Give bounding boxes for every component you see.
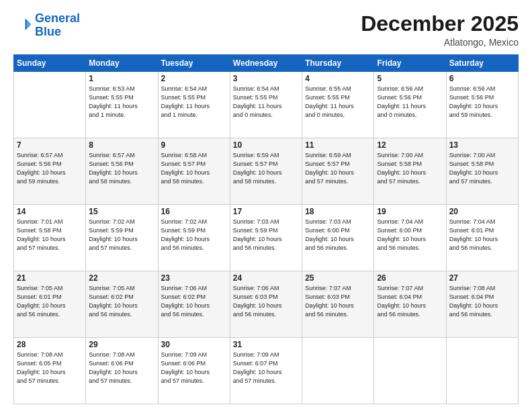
day-number: 10	[233, 140, 299, 150]
cell-info: Sunrise: 6:59 AM Sunset: 5:57 PM Dayligh…	[233, 151, 299, 186]
cell-info: Sunrise: 6:56 AM Sunset: 5:56 PM Dayligh…	[377, 85, 443, 120]
calendar-table: SundayMondayTuesdayWednesdayThursdayFrid…	[13, 54, 519, 404]
day-number: 17	[233, 207, 299, 216]
day-number: 6	[449, 74, 515, 83]
day-number: 29	[89, 340, 154, 349]
cell-info: Sunrise: 6:53 AM Sunset: 5:55 PM Dayligh…	[89, 85, 154, 120]
calendar-cell: 3Sunrise: 6:54 AM Sunset: 5:55 PM Daylig…	[230, 72, 302, 138]
cell-info: Sunrise: 7:08 AM Sunset: 6:05 PM Dayligh…	[17, 351, 83, 385]
month-title: December 2025	[361, 12, 519, 36]
calendar-cell: 10Sunrise: 6:59 AM Sunset: 5:57 PM Dayli…	[230, 138, 302, 205]
cell-info: Sunrise: 7:04 AM Sunset: 6:00 PM Dayligh…	[377, 218, 443, 253]
calendar-header-monday: Monday	[86, 55, 158, 72]
calendar-cell: 28Sunrise: 7:08 AM Sunset: 6:05 PM Dayli…	[14, 338, 86, 404]
logo-icon	[13, 16, 32, 35]
day-number: 15	[89, 207, 154, 216]
page: General Blue December 2025 Atlatongo, Me…	[0, 0, 532, 411]
calendar-cell: 5Sunrise: 6:56 AM Sunset: 5:56 PM Daylig…	[374, 72, 446, 138]
day-number: 3	[233, 74, 299, 83]
calendar-cell: 27Sunrise: 7:08 AM Sunset: 6:04 PM Dayli…	[446, 271, 518, 338]
cell-info: Sunrise: 7:09 AM Sunset: 6:07 PM Dayligh…	[233, 351, 299, 385]
cell-info: Sunrise: 6:55 AM Sunset: 5:55 PM Dayligh…	[305, 85, 371, 120]
calendar-cell: 1Sunrise: 6:53 AM Sunset: 5:55 PM Daylig…	[86, 72, 158, 138]
cell-info: Sunrise: 7:07 AM Sunset: 6:03 PM Dayligh…	[305, 284, 371, 319]
calendar-cell: 7Sunrise: 6:57 AM Sunset: 5:56 PM Daylig…	[14, 138, 86, 205]
day-number: 31	[233, 340, 299, 349]
calendar-cell: 12Sunrise: 7:00 AM Sunset: 5:58 PM Dayli…	[374, 138, 446, 205]
cell-info: Sunrise: 7:04 AM Sunset: 6:01 PM Dayligh…	[449, 218, 515, 253]
day-number: 18	[305, 207, 371, 216]
svg-marker-1	[26, 21, 31, 28]
calendar-cell: 18Sunrise: 7:03 AM Sunset: 6:00 PM Dayli…	[302, 205, 374, 271]
header: General Blue December 2025 Atlatongo, Me…	[13, 12, 519, 48]
week-row-5: 28Sunrise: 7:08 AM Sunset: 6:05 PM Dayli…	[14, 338, 519, 404]
week-row-4: 21Sunrise: 7:05 AM Sunset: 6:01 PM Dayli…	[14, 271, 519, 338]
day-number: 14	[17, 207, 83, 216]
week-row-1: 1Sunrise: 6:53 AM Sunset: 5:55 PM Daylig…	[14, 72, 519, 138]
day-number: 22	[89, 273, 154, 283]
calendar-header-saturday: Saturday	[446, 55, 518, 72]
calendar-cell: 22Sunrise: 7:05 AM Sunset: 6:02 PM Dayli…	[86, 271, 158, 338]
location: Atlatongo, Mexico	[361, 37, 519, 48]
calendar-cell: 11Sunrise: 6:59 AM Sunset: 5:57 PM Dayli…	[302, 138, 374, 205]
cell-info: Sunrise: 7:05 AM Sunset: 6:02 PM Dayligh…	[89, 284, 154, 319]
title-block: December 2025 Atlatongo, Mexico	[361, 12, 519, 48]
day-number: 21	[17, 273, 83, 283]
week-row-2: 7Sunrise: 6:57 AM Sunset: 5:56 PM Daylig…	[14, 138, 519, 205]
day-number: 2	[161, 74, 227, 83]
cell-info: Sunrise: 7:08 AM Sunset: 6:06 PM Dayligh…	[89, 351, 154, 385]
day-number: 7	[17, 140, 83, 150]
cell-info: Sunrise: 6:56 AM Sunset: 5:56 PM Dayligh…	[449, 85, 515, 120]
calendar-cell: 31Sunrise: 7:09 AM Sunset: 6:07 PM Dayli…	[230, 338, 302, 404]
cell-info: Sunrise: 7:08 AM Sunset: 6:04 PM Dayligh…	[449, 284, 515, 319]
calendar-cell: 19Sunrise: 7:04 AM Sunset: 6:00 PM Dayli…	[374, 205, 446, 271]
calendar-cell: 9Sunrise: 6:58 AM Sunset: 5:57 PM Daylig…	[158, 138, 230, 205]
cell-info: Sunrise: 7:06 AM Sunset: 6:03 PM Dayligh…	[233, 284, 299, 319]
calendar-cell: 20Sunrise: 7:04 AM Sunset: 6:01 PM Dayli…	[446, 205, 518, 271]
cell-info: Sunrise: 7:05 AM Sunset: 6:01 PM Dayligh…	[17, 284, 83, 319]
day-number: 27	[449, 273, 515, 283]
day-number: 23	[161, 273, 227, 283]
calendar-cell: 6Sunrise: 6:56 AM Sunset: 5:56 PM Daylig…	[446, 72, 518, 138]
cell-info: Sunrise: 7:02 AM Sunset: 5:59 PM Dayligh…	[161, 218, 227, 253]
calendar-header-wednesday: Wednesday	[230, 55, 302, 72]
cell-info: Sunrise: 6:57 AM Sunset: 5:56 PM Dayligh…	[89, 151, 154, 186]
calendar-header-row: SundayMondayTuesdayWednesdayThursdayFrid…	[14, 55, 519, 72]
cell-info: Sunrise: 6:59 AM Sunset: 5:57 PM Dayligh…	[305, 151, 371, 186]
day-number: 24	[233, 273, 299, 283]
calendar-cell: 16Sunrise: 7:02 AM Sunset: 5:59 PM Dayli…	[158, 205, 230, 271]
cell-info: Sunrise: 7:09 AM Sunset: 6:06 PM Dayligh…	[161, 351, 227, 385]
calendar-cell: 23Sunrise: 7:06 AM Sunset: 6:02 PM Dayli…	[158, 271, 230, 338]
week-row-3: 14Sunrise: 7:01 AM Sunset: 5:58 PM Dayli…	[14, 205, 519, 271]
cell-info: Sunrise: 7:00 AM Sunset: 5:58 PM Dayligh…	[449, 151, 515, 186]
day-number: 26	[377, 273, 443, 283]
calendar-cell: 2Sunrise: 6:54 AM Sunset: 5:55 PM Daylig…	[158, 72, 230, 138]
calendar-cell	[14, 72, 86, 138]
day-number: 25	[305, 273, 371, 283]
calendar-cell: 4Sunrise: 6:55 AM Sunset: 5:55 PM Daylig…	[302, 72, 374, 138]
day-number: 11	[305, 140, 371, 150]
day-number: 4	[305, 74, 371, 83]
calendar-cell: 30Sunrise: 7:09 AM Sunset: 6:06 PM Dayli…	[158, 338, 230, 404]
calendar-header-friday: Friday	[374, 55, 446, 72]
cell-info: Sunrise: 6:58 AM Sunset: 5:57 PM Dayligh…	[161, 151, 227, 186]
day-number: 8	[89, 140, 154, 150]
cell-info: Sunrise: 6:54 AM Sunset: 5:55 PM Dayligh…	[233, 85, 299, 120]
calendar-cell: 14Sunrise: 7:01 AM Sunset: 5:58 PM Dayli…	[14, 205, 86, 271]
calendar-cell	[374, 338, 446, 404]
cell-info: Sunrise: 7:03 AM Sunset: 5:59 PM Dayligh…	[233, 218, 299, 253]
logo: General Blue	[13, 12, 80, 39]
cell-info: Sunrise: 6:57 AM Sunset: 5:56 PM Dayligh…	[17, 151, 83, 186]
calendar-cell	[302, 338, 374, 404]
day-number: 1	[89, 74, 154, 83]
day-number: 16	[161, 207, 227, 216]
cell-info: Sunrise: 7:07 AM Sunset: 6:04 PM Dayligh…	[377, 284, 443, 319]
cell-info: Sunrise: 6:54 AM Sunset: 5:55 PM Dayligh…	[161, 85, 227, 120]
cell-info: Sunrise: 7:06 AM Sunset: 6:02 PM Dayligh…	[161, 284, 227, 319]
calendar-cell: 17Sunrise: 7:03 AM Sunset: 5:59 PM Dayli…	[230, 205, 302, 271]
day-number: 5	[377, 74, 443, 83]
cell-info: Sunrise: 7:01 AM Sunset: 5:58 PM Dayligh…	[17, 218, 83, 253]
cell-info: Sunrise: 7:02 AM Sunset: 5:59 PM Dayligh…	[89, 218, 154, 253]
day-number: 12	[377, 140, 443, 150]
day-number: 28	[17, 340, 83, 349]
